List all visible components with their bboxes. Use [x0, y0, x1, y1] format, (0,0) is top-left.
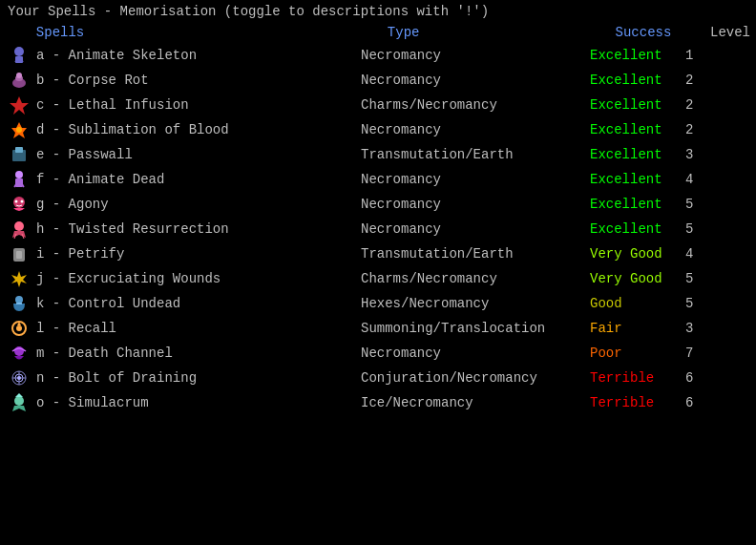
spell-type: Necromancy	[361, 48, 590, 63]
spell-success: Excellent	[590, 122, 685, 137]
table-row: f - Animate DeadNecromancyExcellent4	[8, 168, 748, 191]
spell-icon-l	[8, 317, 31, 340]
spell-name: o - Simulacrum	[36, 395, 361, 410]
spell-success: Excellent	[590, 73, 685, 88]
table-row: l - RecallSummoning/TranslocationFair3	[8, 317, 748, 340]
header-level: Level	[710, 25, 748, 40]
spell-level: 5	[685, 221, 724, 237]
spell-success: Poor	[590, 346, 685, 361]
spell-type: Necromancy	[361, 122, 590, 137]
table-row: e - PasswallTransmutation/EarthExcellent…	[8, 143, 748, 166]
spell-type: Necromancy	[361, 221, 590, 237]
spell-level: 5	[685, 197, 724, 212]
spell-icon-m	[8, 342, 31, 365]
spell-name: c - Lethal Infusion	[36, 97, 361, 113]
spell-icon-b	[8, 69, 31, 92]
svg-point-17	[15, 200, 18, 203]
spell-type: Transmutation/Earth	[361, 246, 590, 262]
spell-success: Excellent	[590, 97, 685, 113]
spell-name: i - Petrify	[36, 246, 361, 262]
spell-level: 5	[685, 271, 724, 286]
spell-name: g - Agony	[36, 197, 361, 212]
table-row: j - Excruciating WoundsCharms/Necromancy…	[8, 267, 748, 290]
table-row: m - Death ChannelNecromancyPoor7	[8, 342, 748, 365]
spell-name: m - Death Channel	[36, 346, 361, 361]
spell-success: Very Good	[590, 246, 685, 262]
spell-type: Transmutation/Earth	[361, 147, 590, 162]
spell-icon-d	[8, 118, 31, 141]
spell-success: Very Good	[590, 271, 685, 286]
spell-level: 1	[685, 48, 724, 63]
spell-name: e - Passwall	[36, 147, 361, 162]
table-row: d - Sublimation of BloodNecromancyExcell…	[8, 118, 748, 141]
spell-type: Conjuration/Necromancy	[361, 370, 590, 386]
svg-point-31	[17, 376, 21, 380]
spell-type: Charms/Necromancy	[361, 97, 590, 113]
table-row: h - Twisted ResurrectionNecromancyExcell…	[8, 218, 748, 241]
table-row: g - AgonyNecromancyExcellent5	[8, 193, 748, 216]
header-spells: Spells	[36, 25, 388, 40]
spell-name: k - Control Undead	[36, 296, 361, 311]
spell-level: 3	[685, 321, 724, 336]
spell-name: n - Bolt of Draining	[36, 370, 361, 386]
spell-icon-n	[8, 367, 31, 389]
spell-type: Ice/Necromancy	[361, 395, 590, 410]
spell-level: 2	[685, 97, 724, 113]
spell-name: b - Corpse Rot	[36, 73, 361, 88]
spell-type: Hexes/Necromancy	[361, 296, 590, 311]
spell-success: Terrible	[590, 370, 685, 386]
spell-success: Terrible	[590, 395, 685, 410]
spell-type: Necromancy	[361, 197, 590, 212]
spell-success: Excellent	[590, 197, 685, 212]
svg-point-6	[16, 73, 22, 78]
table-row: c - Lethal InfusionCharms/NecromancyExce…	[8, 94, 748, 116]
spell-icon-j	[8, 267, 31, 290]
spell-level: 5	[685, 296, 724, 311]
table-row: n - Bolt of DrainingConjuration/Necroman…	[8, 367, 748, 389]
table-row: i - PetrifyTransmutation/EarthVery Good4	[8, 242, 748, 265]
spell-icon-e	[8, 143, 31, 166]
svg-point-26	[16, 325, 22, 331]
spell-level: 2	[685, 122, 724, 137]
spell-name: h - Twisted Resurrection	[36, 221, 361, 237]
spell-name: a - Animate Skeleton	[36, 48, 361, 63]
spell-name: d - Sublimation of Blood	[36, 122, 361, 137]
spell-icon-a	[8, 44, 31, 67]
svg-point-32	[14, 396, 24, 406]
spell-type: Summoning/Translocation	[361, 321, 590, 336]
header-row: Spells Type Success Level	[8, 25, 748, 40]
spells-list: a - Animate SkeletonNecromancyExcellent1…	[8, 44, 748, 414]
spell-level: 2	[685, 73, 724, 88]
spell-level: 6	[685, 370, 724, 386]
spell-level: 4	[685, 172, 724, 187]
spell-level: 6	[685, 395, 724, 410]
spell-icon-c	[8, 94, 31, 116]
spell-success: Good	[590, 296, 685, 311]
spell-icon-f	[8, 168, 31, 191]
spell-type: Necromancy	[361, 172, 590, 187]
spell-success: Excellent	[590, 48, 685, 63]
title-bar: Your Spells - Memorisation (toggle to de…	[8, 4, 748, 19]
spell-level: 7	[685, 346, 724, 361]
spell-icon-i	[8, 242, 31, 265]
header-success: Success	[616, 25, 710, 40]
table-row: a - Animate SkeletonNecromancyExcellent1	[8, 44, 748, 67]
title-text: Your Spells - Memorisation (toggle to de…	[8, 4, 489, 19]
spell-type: Necromancy	[361, 73, 590, 88]
svg-rect-23	[16, 251, 22, 259]
svg-marker-33	[15, 393, 23, 397]
spell-icon-o	[8, 391, 31, 414]
svg-point-19	[14, 221, 24, 231]
spell-success: Excellent	[590, 221, 685, 237]
spell-level: 4	[685, 246, 724, 262]
spell-name: l - Recall	[36, 321, 361, 336]
spell-level: 3	[685, 147, 724, 162]
spell-success: Excellent	[590, 172, 685, 187]
spell-name: j - Excruciating Wounds	[36, 271, 361, 286]
svg-point-0	[14, 47, 24, 56]
spell-icon-k	[8, 292, 31, 315]
svg-marker-7	[10, 96, 29, 115]
svg-point-24	[15, 296, 23, 304]
header-type: Type	[388, 25, 616, 40]
spell-icon-h	[8, 218, 31, 241]
